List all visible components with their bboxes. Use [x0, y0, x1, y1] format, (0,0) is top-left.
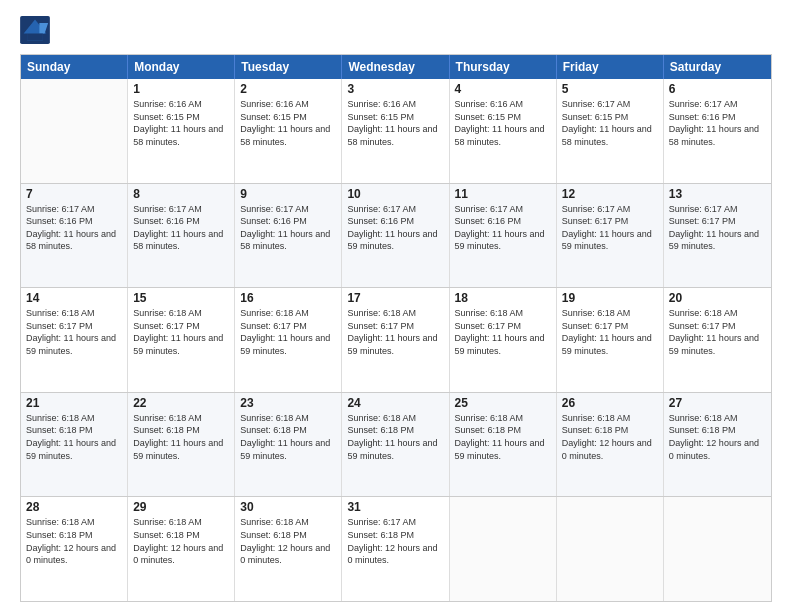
calendar-cell: 12Sunrise: 6:17 AMSunset: 6:17 PMDayligh…: [557, 184, 664, 288]
cell-day-number: 1: [133, 82, 229, 96]
cell-day-number: 8: [133, 187, 229, 201]
cell-info: Sunrise: 6:16 AMSunset: 6:15 PMDaylight:…: [240, 98, 336, 148]
header-cell-wednesday: Wednesday: [342, 55, 449, 79]
cell-info: Sunrise: 6:18 AMSunset: 6:18 PMDaylight:…: [347, 412, 443, 462]
header-cell-friday: Friday: [557, 55, 664, 79]
calendar-cell: 30Sunrise: 6:18 AMSunset: 6:18 PMDayligh…: [235, 497, 342, 601]
cell-info: Sunrise: 6:17 AMSunset: 6:16 PMDaylight:…: [26, 203, 122, 253]
cell-day-number: 12: [562, 187, 658, 201]
cell-day-number: 19: [562, 291, 658, 305]
calendar-cell: 16Sunrise: 6:18 AMSunset: 6:17 PMDayligh…: [235, 288, 342, 392]
calendar-cell: 23Sunrise: 6:18 AMSunset: 6:18 PMDayligh…: [235, 393, 342, 497]
calendar-cell: 28Sunrise: 6:18 AMSunset: 6:18 PMDayligh…: [21, 497, 128, 601]
header-cell-saturday: Saturday: [664, 55, 771, 79]
cell-info: Sunrise: 6:18 AMSunset: 6:17 PMDaylight:…: [26, 307, 122, 357]
cell-day-number: 30: [240, 500, 336, 514]
calendar-cell: 11Sunrise: 6:17 AMSunset: 6:16 PMDayligh…: [450, 184, 557, 288]
cell-info: Sunrise: 6:18 AMSunset: 6:18 PMDaylight:…: [133, 516, 229, 566]
calendar-cell: [450, 497, 557, 601]
calendar-week-5: 28Sunrise: 6:18 AMSunset: 6:18 PMDayligh…: [21, 497, 771, 601]
cell-day-number: 2: [240, 82, 336, 96]
cell-info: Sunrise: 6:18 AMSunset: 6:18 PMDaylight:…: [26, 516, 122, 566]
calendar-cell: 27Sunrise: 6:18 AMSunset: 6:18 PMDayligh…: [664, 393, 771, 497]
cell-info: Sunrise: 6:18 AMSunset: 6:18 PMDaylight:…: [669, 412, 766, 462]
cell-day-number: 31: [347, 500, 443, 514]
calendar-cell: 24Sunrise: 6:18 AMSunset: 6:18 PMDayligh…: [342, 393, 449, 497]
calendar-cell: 22Sunrise: 6:18 AMSunset: 6:18 PMDayligh…: [128, 393, 235, 497]
cell-info: Sunrise: 6:18 AMSunset: 6:17 PMDaylight:…: [133, 307, 229, 357]
calendar-week-1: 1Sunrise: 6:16 AMSunset: 6:15 PMDaylight…: [21, 79, 771, 184]
cell-info: Sunrise: 6:18 AMSunset: 6:18 PMDaylight:…: [133, 412, 229, 462]
cell-day-number: 10: [347, 187, 443, 201]
cell-day-number: 11: [455, 187, 551, 201]
header-cell-tuesday: Tuesday: [235, 55, 342, 79]
cell-info: Sunrise: 6:18 AMSunset: 6:18 PMDaylight:…: [562, 412, 658, 462]
cell-day-number: 24: [347, 396, 443, 410]
cell-day-number: 26: [562, 396, 658, 410]
cell-info: Sunrise: 6:17 AMSunset: 6:16 PMDaylight:…: [240, 203, 336, 253]
cell-day-number: 7: [26, 187, 122, 201]
cell-day-number: 3: [347, 82, 443, 96]
header-cell-monday: Monday: [128, 55, 235, 79]
calendar-cell: [664, 497, 771, 601]
calendar-cell: 4Sunrise: 6:16 AMSunset: 6:15 PMDaylight…: [450, 79, 557, 183]
calendar-cell: 10Sunrise: 6:17 AMSunset: 6:16 PMDayligh…: [342, 184, 449, 288]
calendar-cell: 7Sunrise: 6:17 AMSunset: 6:16 PMDaylight…: [21, 184, 128, 288]
cell-info: Sunrise: 6:17 AMSunset: 6:16 PMDaylight:…: [455, 203, 551, 253]
cell-day-number: 13: [669, 187, 766, 201]
logo-icon: [20, 16, 50, 44]
cell-day-number: 25: [455, 396, 551, 410]
cell-day-number: 9: [240, 187, 336, 201]
svg-rect-3: [27, 34, 43, 41]
calendar-week-4: 21Sunrise: 6:18 AMSunset: 6:18 PMDayligh…: [21, 393, 771, 498]
cell-day-number: 18: [455, 291, 551, 305]
calendar-cell: 19Sunrise: 6:18 AMSunset: 6:17 PMDayligh…: [557, 288, 664, 392]
calendar-cell: 3Sunrise: 6:16 AMSunset: 6:15 PMDaylight…: [342, 79, 449, 183]
cell-info: Sunrise: 6:18 AMSunset: 6:17 PMDaylight:…: [669, 307, 766, 357]
calendar-cell: 18Sunrise: 6:18 AMSunset: 6:17 PMDayligh…: [450, 288, 557, 392]
calendar-header: SundayMondayTuesdayWednesdayThursdayFrid…: [21, 55, 771, 79]
calendar-cell: [21, 79, 128, 183]
calendar-week-3: 14Sunrise: 6:18 AMSunset: 6:17 PMDayligh…: [21, 288, 771, 393]
calendar-cell: 17Sunrise: 6:18 AMSunset: 6:17 PMDayligh…: [342, 288, 449, 392]
cell-info: Sunrise: 6:17 AMSunset: 6:17 PMDaylight:…: [669, 203, 766, 253]
cell-info: Sunrise: 6:17 AMSunset: 6:16 PMDaylight:…: [669, 98, 766, 148]
calendar-cell: [557, 497, 664, 601]
cell-day-number: 16: [240, 291, 336, 305]
cell-day-number: 27: [669, 396, 766, 410]
cell-day-number: 22: [133, 396, 229, 410]
calendar: SundayMondayTuesdayWednesdayThursdayFrid…: [20, 54, 772, 602]
cell-day-number: 6: [669, 82, 766, 96]
cell-info: Sunrise: 6:17 AMSunset: 6:17 PMDaylight:…: [562, 203, 658, 253]
cell-day-number: 5: [562, 82, 658, 96]
cell-info: Sunrise: 6:16 AMSunset: 6:15 PMDaylight:…: [133, 98, 229, 148]
cell-day-number: 20: [669, 291, 766, 305]
cell-info: Sunrise: 6:18 AMSunset: 6:18 PMDaylight:…: [240, 412, 336, 462]
header-cell-sunday: Sunday: [21, 55, 128, 79]
cell-info: Sunrise: 6:18 AMSunset: 6:17 PMDaylight:…: [562, 307, 658, 357]
calendar-cell: 2Sunrise: 6:16 AMSunset: 6:15 PMDaylight…: [235, 79, 342, 183]
cell-info: Sunrise: 6:18 AMSunset: 6:17 PMDaylight:…: [347, 307, 443, 357]
cell-info: Sunrise: 6:17 AMSunset: 6:16 PMDaylight:…: [347, 203, 443, 253]
calendar-cell: 1Sunrise: 6:16 AMSunset: 6:15 PMDaylight…: [128, 79, 235, 183]
cell-info: Sunrise: 6:18 AMSunset: 6:18 PMDaylight:…: [455, 412, 551, 462]
calendar-cell: 6Sunrise: 6:17 AMSunset: 6:16 PMDaylight…: [664, 79, 771, 183]
calendar-body: 1Sunrise: 6:16 AMSunset: 6:15 PMDaylight…: [21, 79, 771, 601]
calendar-cell: 25Sunrise: 6:18 AMSunset: 6:18 PMDayligh…: [450, 393, 557, 497]
cell-day-number: 17: [347, 291, 443, 305]
cell-day-number: 28: [26, 500, 122, 514]
calendar-cell: 29Sunrise: 6:18 AMSunset: 6:18 PMDayligh…: [128, 497, 235, 601]
cell-info: Sunrise: 6:17 AMSunset: 6:16 PMDaylight:…: [133, 203, 229, 253]
cell-info: Sunrise: 6:18 AMSunset: 6:18 PMDaylight:…: [26, 412, 122, 462]
calendar-cell: 8Sunrise: 6:17 AMSunset: 6:16 PMDaylight…: [128, 184, 235, 288]
cell-day-number: 4: [455, 82, 551, 96]
cell-day-number: 14: [26, 291, 122, 305]
calendar-cell: 9Sunrise: 6:17 AMSunset: 6:16 PMDaylight…: [235, 184, 342, 288]
cell-day-number: 21: [26, 396, 122, 410]
calendar-cell: 14Sunrise: 6:18 AMSunset: 6:17 PMDayligh…: [21, 288, 128, 392]
cell-day-number: 15: [133, 291, 229, 305]
calendar-cell: 21Sunrise: 6:18 AMSunset: 6:18 PMDayligh…: [21, 393, 128, 497]
cell-info: Sunrise: 6:18 AMSunset: 6:17 PMDaylight:…: [455, 307, 551, 357]
logo: [20, 16, 54, 44]
cell-info: Sunrise: 6:16 AMSunset: 6:15 PMDaylight:…: [347, 98, 443, 148]
